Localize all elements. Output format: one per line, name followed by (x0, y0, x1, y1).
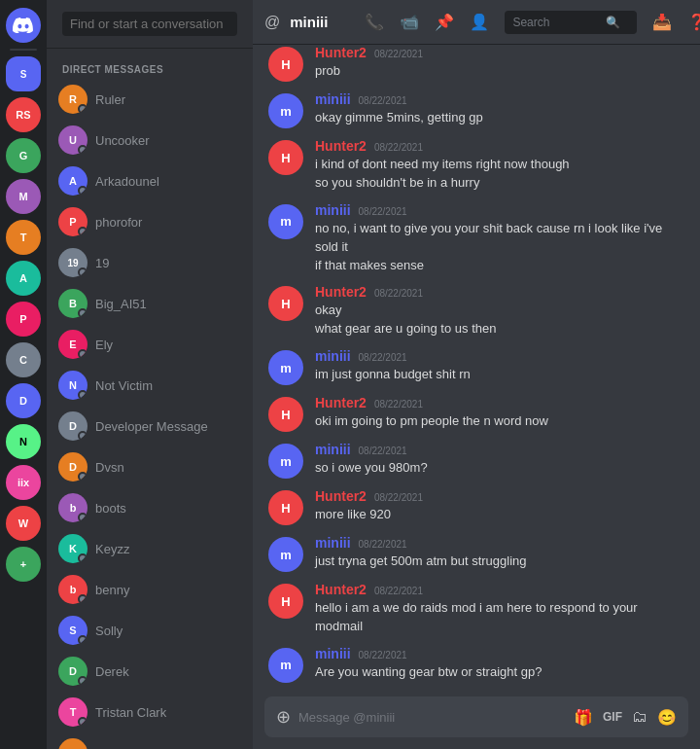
dm-item-big-ai51[interactable]: B Big_AI51 (51, 283, 249, 324)
emoji-icon[interactable]: 😊 (657, 708, 677, 727)
server-icon-5[interactable]: T (6, 220, 41, 255)
add-attachment-icon[interactable]: ⊕ (276, 706, 291, 728)
input-actions: 🎁 GIF 🗂 😊 (574, 708, 677, 727)
top-bar-actions: 📞 📹 📌 👤 🔍 📥 ❓ (365, 11, 700, 34)
msg-content-6: Hunter2 08/22/2021 prob (315, 45, 684, 82)
msg-text-12a: oki im going to pm people the n word now (315, 412, 684, 431)
msg-username-8: Hunter2 (315, 138, 367, 154)
server-icon-2[interactable]: RS (6, 97, 41, 132)
dm-item-19[interactable]: 19 19 (51, 242, 249, 283)
pin-icon[interactable]: 📌 (435, 13, 454, 31)
msg-timestamp-13: 08/22/2021 (359, 446, 407, 456)
dm-item-phorofor[interactable]: P phorofor (51, 201, 249, 242)
dm-name-developer-message: Developer Message (95, 419, 241, 434)
gift-icon[interactable]: 🎁 (574, 708, 593, 727)
avatar-msg17: m (268, 648, 303, 683)
search-icon: 🔍 (606, 16, 620, 29)
dm-item-dvsn[interactable]: D Dvsn (51, 446, 249, 487)
msg-timestamp-8: 08/22/2021 (374, 142, 423, 153)
msg-content-13: miniii 08/22/2021 so i owe you 980m? (315, 442, 684, 479)
avatar-msg13: m (268, 444, 303, 479)
dm-header (47, 0, 253, 49)
msg-timestamp-17: 08/22/2021 (359, 650, 407, 660)
help-icon[interactable]: ❓ (687, 13, 700, 31)
dm-item-boots[interactable]: b boots (51, 487, 249, 528)
msg-text-7a: okay gimme 5mins, getting gp (315, 109, 684, 127)
phone-icon[interactable]: 📞 (365, 13, 384, 31)
msg-username-12: Hunter2 (315, 395, 367, 410)
server-icon-11[interactable]: iix (6, 465, 41, 500)
avatar-tristan: T (58, 697, 88, 727)
dm-item-tristan[interactable]: T Tristan Clark (51, 692, 249, 732)
avatar-big-ai51: B (58, 289, 88, 318)
dm-item-ruler[interactable]: R Ruler (51, 79, 249, 120)
add-member-icon[interactable]: 👤 (470, 13, 489, 31)
dm-item-ely[interactable]: E Ely (51, 324, 249, 365)
msg-content-14: Hunter2 08/22/2021 more like 920 (315, 488, 684, 525)
server-icon-10[interactable]: N (6, 424, 41, 459)
server-icon-7[interactable]: P (6, 302, 41, 337)
dm-search-input[interactable] (62, 12, 237, 36)
msg-content-11: miniii 08/22/2021 im just gonna budget s… (315, 348, 684, 385)
msg-content-9: miniii 08/22/2021 no no, i want to give … (315, 202, 684, 275)
search-input[interactable] (512, 16, 600, 29)
dm-name-solly: Solly (95, 624, 241, 638)
avatar-boots: b (58, 493, 88, 522)
video-icon[interactable]: 📹 (400, 13, 419, 31)
msg-timestamp-10: 08/22/2021 (374, 288, 423, 299)
server-icon-6[interactable]: A (6, 261, 41, 296)
inbox-icon[interactable]: 📥 (652, 13, 672, 31)
server-icon-1[interactable]: S (6, 56, 41, 91)
dm-name-boots: boots (95, 501, 241, 516)
discord-home-icon[interactable] (6, 8, 41, 43)
dm-name-benny: benny (95, 583, 241, 597)
server-icon-12[interactable]: W (6, 506, 41, 541)
dm-item-keyzz[interactable]: K Keyzz (51, 528, 249, 569)
avatar-msg15: m (268, 537, 303, 572)
message-input-wrap: ⊕ 🎁 GIF 🗂 😊 (264, 696, 688, 737)
dm-name-ely: Ely (95, 338, 241, 352)
msg-timestamp-15: 08/22/2021 (359, 539, 407, 550)
message-group-10: H Hunter2 08/22/2021 okay what gear are … (268, 282, 684, 340)
search-box[interactable]: 🔍 (505, 11, 637, 34)
dm-name-bdaddy: Bdaddy (95, 746, 241, 750)
avatar-derek: D (58, 657, 88, 686)
avatar-ely: E (58, 330, 88, 359)
msg-text-8b: so you shouldn't be in a hurry (315, 174, 684, 193)
msg-content-8: Hunter2 08/22/2021 i kind of dont need m… (315, 138, 684, 193)
dm-item-uncooker[interactable]: U Uncooker (51, 120, 249, 160)
message-input[interactable] (298, 710, 566, 725)
dm-name-big-ai51: Big_AI51 (95, 297, 241, 311)
msg-text-13a: so i owe you 980m? (315, 459, 684, 478)
dm-item-developer-message[interactable]: D Developer Message (51, 406, 249, 446)
message-group-11: m miniii 08/22/2021 im just gonna budget… (268, 346, 684, 387)
dm-section-label: Direct Messages (47, 49, 253, 79)
dm-name-derek: Derek (95, 664, 241, 679)
sticker-icon[interactable]: 🗂 (632, 708, 648, 726)
avatar-msg7: m (268, 93, 303, 128)
dm-item-derek[interactable]: D Derek (51, 651, 249, 692)
server-icon-3[interactable]: G (6, 138, 41, 173)
server-icon-8[interactable]: C (6, 342, 41, 377)
dm-item-bdaddy[interactable]: B Bdaddy (51, 732, 249, 749)
server-icon-9[interactable]: D (6, 383, 41, 418)
dm-name-uncooker: Uncooker (95, 133, 241, 148)
avatar-msg11: m (268, 350, 303, 385)
msg-timestamp-6: 08/22/2021 (374, 49, 423, 59)
messages-area: August 22, 2021 m miniii 08/22/2021 yo i… (253, 45, 700, 696)
server-icon-4[interactable]: M (6, 179, 41, 214)
msg-text-6a: prob (315, 62, 684, 81)
dm-item-not-victim[interactable]: N Not Victim (51, 365, 249, 406)
dm-item-benny[interactable]: b benny (51, 569, 249, 610)
dm-name-tristan: Tristan Clark (95, 705, 241, 720)
message-group-12: H Hunter2 08/22/2021 oki im going to pm … (268, 393, 684, 434)
msg-text-9b: if that makes sense (315, 257, 684, 275)
msg-text-15a: just tryna get 500m atm but struggling (315, 553, 684, 571)
gif-icon[interactable]: GIF (603, 710, 622, 724)
server-icon-13[interactable]: + (6, 547, 41, 582)
msg-text-10a: okay (315, 302, 684, 320)
top-bar: @ miniii 📞 📹 📌 👤 🔍 📥 ❓ (253, 0, 700, 45)
dm-item-arkadounel[interactable]: A Arkadounel (51, 160, 249, 201)
dm-item-solly[interactable]: S Solly (51, 610, 249, 651)
msg-username-14: Hunter2 (315, 488, 367, 504)
